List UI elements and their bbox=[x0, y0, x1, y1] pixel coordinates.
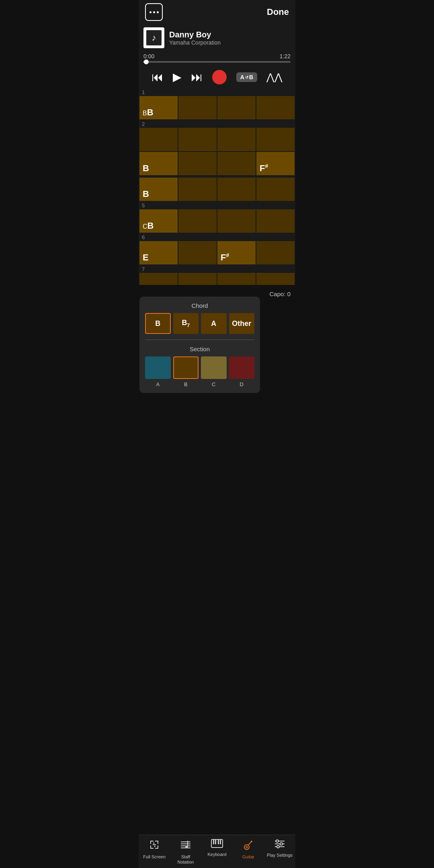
chord-grid: 1 B B 2 Chord B B7 bbox=[139, 88, 295, 285]
chord-cell-3-3[interactable] bbox=[217, 152, 256, 175]
chord-B-label: B bbox=[155, 319, 160, 328]
chord-label-B5: B bbox=[147, 221, 154, 230]
chord-cell-5-1[interactable]: C B bbox=[139, 209, 178, 233]
chord-cell-4-1[interactable]: B bbox=[139, 178, 178, 201]
popup-divider bbox=[145, 340, 254, 340]
section-btn-A[interactable] bbox=[145, 356, 171, 379]
chord-popup: Chord B B7 A Other Section bbox=[139, 297, 260, 393]
song-info: ♪ Danny Boy Yamaha Corporation bbox=[139, 24, 295, 51]
ab-label: A bbox=[240, 74, 244, 80]
header: Done bbox=[139, 0, 295, 24]
chord-cell-1-3[interactable] bbox=[217, 96, 256, 119]
play-button[interactable]: ▶ bbox=[173, 72, 182, 83]
chord-cell-3-2[interactable] bbox=[178, 152, 217, 175]
chord-popup-title: Chord bbox=[145, 302, 254, 309]
chord-option-B[interactable]: B bbox=[145, 313, 171, 334]
measure-5-number: 5 bbox=[139, 202, 295, 209]
chord-cell-2-3[interactable] bbox=[217, 128, 256, 151]
chord-cell-4-2[interactable] bbox=[178, 178, 217, 201]
measure-6-row: E F# bbox=[139, 241, 295, 264]
chord-cell-5-2[interactable] bbox=[178, 209, 217, 233]
chord-cell-5-4[interactable] bbox=[256, 209, 295, 233]
chord-cell-7-2[interactable] bbox=[178, 273, 217, 285]
measure-2-area: Chord B B7 A Other Section bbox=[139, 128, 295, 151]
song-thumb-inner: ♪ bbox=[146, 30, 162, 45]
chord-label-E6: E bbox=[143, 253, 149, 262]
chord-cell-1-1[interactable]: B B bbox=[139, 96, 178, 119]
chord-option-other[interactable]: Other bbox=[229, 313, 255, 334]
dot2 bbox=[153, 11, 155, 13]
chord-cell-2-4[interactable] bbox=[256, 128, 295, 151]
corner-c: C bbox=[143, 223, 147, 230]
section-label-D: D bbox=[229, 381, 255, 387]
measure-1-number: 1 bbox=[139, 88, 295, 96]
chord-cell-6-3[interactable]: F# bbox=[217, 241, 256, 264]
measure-7-number: 7 bbox=[139, 265, 295, 273]
measure-4-row: B bbox=[139, 178, 295, 201]
chord-cell-3-1[interactable]: B bbox=[139, 152, 178, 175]
progress-thumb[interactable] bbox=[144, 59, 149, 64]
section-popup-title: Section bbox=[145, 346, 254, 352]
chord-cell-7-3[interactable] bbox=[217, 273, 256, 285]
section-labels: A B C D bbox=[145, 381, 254, 387]
ab-button[interactable]: A ↺ B bbox=[236, 72, 257, 82]
rewind-button[interactable]: ⏮ bbox=[151, 71, 164, 83]
section-btn-C[interactable] bbox=[201, 356, 227, 379]
dot3 bbox=[157, 11, 159, 13]
chord-label-B1: B bbox=[147, 108, 154, 117]
ab-b: B bbox=[249, 74, 253, 80]
chord-cell-6-4[interactable] bbox=[256, 241, 295, 264]
fast-forward-button[interactable]: ⏭ bbox=[191, 71, 203, 83]
chord-options-row: B B7 A Other bbox=[145, 313, 254, 334]
priority-button[interactable]: ⋀⋀ bbox=[266, 72, 283, 83]
measure-2-number: 2 bbox=[139, 120, 295, 128]
chord-cell-1-4[interactable] bbox=[256, 96, 295, 119]
measure-2-row bbox=[139, 128, 295, 151]
song-thumbnail: ♪ bbox=[143, 27, 164, 48]
section-btn-D[interactable] bbox=[229, 356, 255, 379]
music-note-icon: ♪ bbox=[152, 33, 156, 43]
measure-3-row: B F# bbox=[139, 152, 295, 175]
chord-label-Fsharp3: F# bbox=[260, 163, 268, 173]
chord-cell-2-2[interactable] bbox=[178, 128, 217, 151]
chord-cell-5-3[interactable] bbox=[217, 209, 256, 233]
time-current: 0:00 bbox=[143, 53, 154, 59]
chord-cell-7-1[interactable] bbox=[139, 273, 178, 285]
progress-area: 0:00 1:22 bbox=[139, 51, 295, 66]
record-button[interactable] bbox=[212, 70, 227, 84]
measure-5-row: C B bbox=[139, 209, 295, 233]
corner-b: B bbox=[143, 110, 147, 117]
chord-B7-label: B7 bbox=[182, 319, 190, 328]
section-btn-B[interactable] bbox=[173, 356, 199, 379]
chord-cell-7-4[interactable] bbox=[256, 273, 295, 285]
chord-cell-6-2[interactable] bbox=[178, 241, 217, 264]
song-text: Danny Boy Yamaha Corporation bbox=[169, 30, 291, 46]
chord-A-label: A bbox=[211, 319, 216, 328]
section-label-C: C bbox=[201, 381, 227, 387]
section-label-B: B bbox=[173, 381, 199, 387]
progress-times: 0:00 1:22 bbox=[143, 53, 291, 59]
chord-cell-1-2[interactable] bbox=[178, 96, 217, 119]
chord-other-label: Other bbox=[232, 319, 251, 328]
chord-cell-6-1[interactable]: E bbox=[139, 241, 178, 264]
chord-option-A[interactable]: A bbox=[201, 313, 227, 334]
chord-cell-4-4[interactable] bbox=[256, 178, 295, 201]
done-button[interactable]: Done bbox=[267, 7, 289, 17]
chord-cell-2-1[interactable] bbox=[139, 128, 178, 151]
transport-controls: ⏮ ▶ ⏭ A ↺ B ⋀⋀ bbox=[139, 66, 295, 88]
chord-cell-4-3[interactable] bbox=[217, 178, 256, 201]
time-total: 1:22 bbox=[280, 53, 291, 59]
chord-label-B4: B bbox=[143, 190, 149, 199]
chord-cell-3-4[interactable]: F# bbox=[256, 152, 295, 175]
song-artist: Yamaha Corporation bbox=[169, 39, 291, 46]
dot1 bbox=[149, 11, 151, 13]
chord-label-Fsharp6: F# bbox=[221, 252, 229, 262]
ab-arrow: ↺ bbox=[245, 75, 248, 80]
progress-bar[interactable] bbox=[143, 61, 291, 63]
measure-1-row: B B bbox=[139, 96, 295, 119]
menu-button[interactable] bbox=[145, 3, 163, 21]
measure-6-number: 6 bbox=[139, 233, 295, 241]
measure-7-row bbox=[139, 273, 295, 285]
chord-option-B7[interactable]: B7 bbox=[173, 313, 199, 334]
section-options-row bbox=[145, 356, 254, 379]
